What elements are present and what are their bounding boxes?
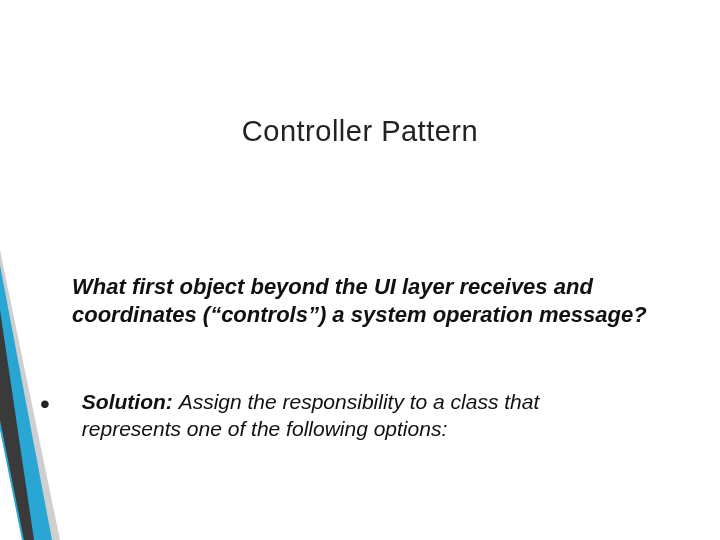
solution-label: Solution: [82, 390, 179, 413]
slide-title: Controller Pattern [0, 115, 720, 148]
solution-text: Solution: Assign the responsibility to a… [82, 388, 642, 443]
question-text: What first object beyond the UI layer re… [72, 273, 672, 328]
bullet-item: • Solution: Assign the responsibility to… [40, 388, 680, 443]
slide: Controller Pattern What first object bey… [0, 0, 720, 540]
bullet-marker: • [40, 390, 50, 418]
corner-accent-icon [0, 0, 140, 540]
svg-marker-2 [0, 310, 34, 540]
